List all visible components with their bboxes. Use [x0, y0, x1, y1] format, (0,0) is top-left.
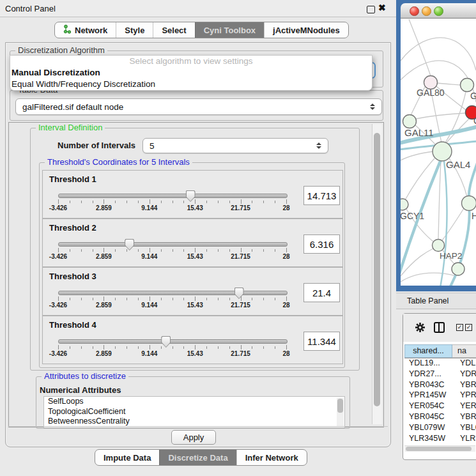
list-item[interactable]: TopologicalCoefficient: [44, 407, 344, 417]
close-traffic-light-icon[interactable]: [410, 6, 419, 16]
tab-impute-data[interactable]: Impute Data: [95, 450, 159, 465]
float-window-icon[interactable]: [367, 6, 375, 13]
column-header-name[interactable]: na: [452, 344, 476, 358]
node-top-right[interactable]: [461, 79, 474, 92]
tick-label: 9.144: [141, 204, 157, 211]
cell-name[interactable]: YBL079W: [456, 422, 476, 433]
scrollbar-thumb[interactable]: [374, 133, 380, 406]
slider-ticks: [58, 345, 286, 349]
table-horizontal-scrollbar[interactable]: [404, 445, 475, 452]
tab-label: Cyni Toolbox: [204, 26, 256, 35]
node-gal11[interactable]: [403, 115, 417, 128]
cell-shared-name[interactable]: YDR27...: [404, 369, 456, 380]
network-canvas[interactable]: GAL80 GAL11 GAL4 GCY1 HAP2 GA C H: [401, 19, 476, 286]
table-row[interactable]: YBL079WYBL079W: [404, 422, 476, 433]
checkbox-icon[interactable]: ✓: [465, 324, 472, 331]
network-view-window: GAL80 GAL11 GAL4 GCY1 HAP2 GA C H: [396, 0, 476, 291]
cell-name[interactable]: YDR27: [456, 369, 476, 380]
table-row[interactable]: YPR145WYPR145W: [404, 390, 476, 401]
threshold-slider[interactable]: [58, 339, 288, 344]
cell-shared-name[interactable]: YIL052C: [404, 443, 456, 444]
cell-shared-name[interactable]: YBR045C: [404, 411, 456, 422]
threshold-value-input[interactable]: [303, 332, 340, 351]
tab-discretize-data[interactable]: Discretize Data: [159, 450, 236, 465]
tab-label: jActiveMNodules: [273, 26, 340, 35]
tab-select[interactable]: Select: [153, 22, 194, 38]
cell-shared-name[interactable]: YER054C: [404, 401, 456, 411]
cell-name[interactable]: YER054C: [456, 401, 476, 411]
zoom-traffic-light-icon[interactable]: [434, 6, 443, 16]
node-label: C: [473, 116, 476, 126]
cell-name[interactable]: YBR043C: [456, 380, 476, 390]
cell-name[interactable]: YLR345W: [456, 433, 476, 444]
dropdown-option-equal-width[interactable]: Equal Width/Frequency Discretization: [10, 79, 372, 90]
dropdown-option-manual[interactable]: Manual Discretization: [10, 67, 372, 79]
node-gal4[interactable]: [433, 142, 452, 161]
tab-label: Discretize Data: [168, 453, 227, 463]
threshold-slider[interactable]: [58, 291, 288, 295]
close-icon[interactable]: ✖: [378, 3, 386, 13]
column-header-shared-name[interactable]: shared...: [404, 344, 452, 358]
cell-shared-name[interactable]: YLR345W: [404, 433, 456, 444]
split-columns-icon[interactable]: [434, 322, 445, 333]
network-icon: [63, 24, 72, 36]
network-window-titlebar[interactable]: [401, 3, 476, 19]
table-row[interactable]: YER054CYER054C: [404, 401, 476, 411]
cell-shared-name[interactable]: YDL19...: [404, 358, 456, 369]
node-hap2[interactable]: [433, 240, 445, 252]
tick-label: 28: [282, 302, 289, 309]
threshold-value-input[interactable]: [303, 234, 340, 254]
tick-label: 28: [282, 204, 289, 211]
table-row[interactable]: YLR345WYLR345W: [404, 433, 476, 444]
tab-label: Network: [75, 26, 107, 35]
threshold-slider[interactable]: [58, 242, 288, 247]
table-row[interactable]: YBR045CYBR045C: [404, 411, 476, 422]
control-panel-titlebar: Control Panel ✖: [0, 0, 396, 17]
threshold-value-input[interactable]: [303, 186, 340, 205]
cell-name[interactable]: YIL052C: [456, 443, 476, 444]
apply-button[interactable]: Apply: [171, 430, 216, 445]
number-of-intervals-spinner[interactable]: 5: [142, 138, 328, 153]
tick-label: 15.43: [187, 204, 203, 211]
table-row[interactable]: YDR27...YDR27: [404, 369, 476, 380]
table-row[interactable]: YBR043CYBR043C: [404, 380, 476, 390]
minimize-traffic-light-icon[interactable]: [422, 6, 431, 16]
cell-shared-name[interactable]: YBR043C: [404, 380, 456, 390]
combobox-arrows-icon: [370, 104, 375, 110]
tab-network[interactable]: Network: [55, 22, 116, 38]
group-title: Attributes to discretize: [42, 372, 128, 381]
numerical-attributes-list[interactable]: SelfLoops TopologicalCoefficient Between…: [43, 396, 345, 428]
cell-name[interactable]: YPR145W: [456, 390, 476, 401]
threshold-slider[interactable]: [58, 194, 288, 198]
bottom-tab-bar: Impute Data Discretize Data Infer Networ…: [95, 449, 307, 466]
gear-icon[interactable]: [415, 322, 426, 335]
table-header-row: shared... na: [404, 344, 476, 358]
tab-jactivemnodules[interactable]: jActiveMNodules: [264, 22, 348, 38]
cell-name[interactable]: YDL19: [456, 358, 476, 369]
node-bottom[interactable]: [452, 263, 464, 275]
cell-name[interactable]: YBR045C: [456, 411, 476, 422]
node-gcy1[interactable]: [401, 199, 408, 210]
threshold-value-input[interactable]: [303, 283, 340, 302]
list-item[interactable]: BetweennessCentrality: [44, 417, 344, 427]
tab-infer-network[interactable]: Infer Network: [236, 450, 307, 465]
tick-label: -3.426: [49, 204, 67, 211]
tab-cyni-toolbox[interactable]: Cyni Toolbox: [195, 22, 264, 38]
table-data-combobox[interactable]: galFiltered.sif default node: [15, 98, 382, 115]
scrollbar-thumb[interactable]: [406, 447, 472, 451]
checkbox-icon[interactable]: ✓: [456, 324, 463, 331]
list-scrollbar[interactable]: [337, 398, 344, 426]
table-row[interactable]: YIL052CYIL052C: [404, 443, 476, 444]
list-item[interactable]: SelfLoops: [44, 397, 344, 407]
settings-scrollbar[interactable]: [372, 124, 382, 424]
numerical-attributes-label: Numerical Attributes: [40, 385, 121, 395]
group-title: Discretization Algorithm: [15, 46, 107, 55]
slider-tick-labels: -3.4262.8599.14415.4321.71528: [58, 350, 286, 358]
cell-shared-name[interactable]: YPR145W: [404, 390, 456, 401]
cell-shared-name[interactable]: YBL079W: [404, 422, 456, 433]
tick-label: 21.715: [231, 253, 250, 260]
table-row[interactable]: YDL19...YDL19: [404, 358, 476, 369]
algorithm-dropdown-popup: Select algorithm to view settings Manual…: [10, 55, 372, 91]
tab-style[interactable]: Style: [116, 22, 153, 38]
node-h[interactable]: [462, 196, 476, 211]
